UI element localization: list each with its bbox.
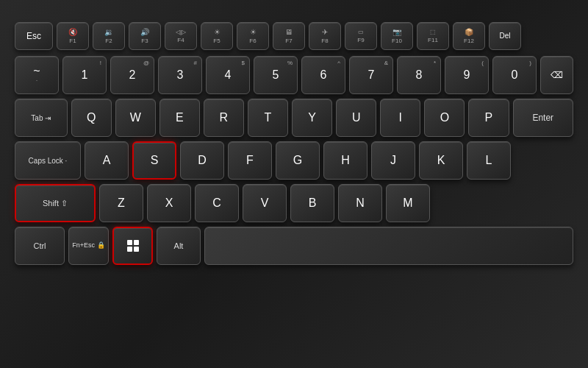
key-alt[interactable]: Alt bbox=[157, 227, 201, 265]
key-q[interactable]: Q bbox=[71, 99, 112, 137]
key-t[interactable]: T bbox=[248, 99, 288, 137]
asdf-key-row: Caps Lock · A S D F G H J K L bbox=[15, 141, 573, 180]
key-f[interactable]: F bbox=[228, 141, 272, 180]
shift-key-row: Shift ⇧ Z X C V B N M bbox=[15, 184, 573, 222]
key-y[interactable]: Y bbox=[292, 99, 332, 137]
qwerty-key-row: Tab ⇥ Q W E R T Y U I O P Enter bbox=[15, 99, 573, 137]
key-esc[interactable]: Esc bbox=[15, 22, 53, 50]
key-i[interactable]: I bbox=[380, 99, 420, 137]
key-3[interactable]: # 3 bbox=[158, 56, 202, 94]
key-2[interactable]: @ 2 bbox=[110, 56, 154, 94]
key-win[interactable] bbox=[112, 227, 153, 265]
key-o[interactable]: O bbox=[424, 99, 465, 137]
key-f2[interactable]: 🔉 F2 bbox=[93, 22, 125, 50]
key-8[interactable]: * 8 bbox=[397, 56, 441, 94]
keyboard-image: Esc 🔇 F1 🔉 F2 🔊 F3 ◁|▷ F4 ☀ F5 ☀ F6 🖥 F7 bbox=[0, 0, 588, 368]
key-g[interactable]: G bbox=[276, 141, 320, 180]
key-space[interactable] bbox=[204, 227, 573, 265]
key-k[interactable]: K bbox=[419, 141, 463, 180]
key-z[interactable]: Z bbox=[99, 184, 143, 222]
key-n[interactable]: N bbox=[338, 184, 382, 222]
key-f1[interactable]: 🔇 F1 bbox=[57, 22, 89, 50]
key-ctrl[interactable]: Ctrl bbox=[15, 227, 65, 265]
key-0[interactable]: ) 0 bbox=[492, 56, 537, 94]
key-4[interactable]: $ 4 bbox=[206, 56, 250, 94]
windows-icon bbox=[127, 240, 139, 252]
key-l[interactable]: L bbox=[467, 141, 511, 180]
key-del[interactable]: Del bbox=[489, 22, 521, 50]
key-h[interactable]: H bbox=[323, 141, 368, 180]
fn-key-row: Esc 🔇 F1 🔉 F2 🔊 F3 ◁|▷ F4 ☀ F5 ☀ F6 🖥 F7 bbox=[15, 22, 573, 50]
key-b[interactable]: B bbox=[290, 184, 334, 222]
key-fn[interactable]: Fn+Esc 🔒 bbox=[68, 227, 109, 265]
key-u[interactable]: U bbox=[336, 99, 376, 137]
key-f12[interactable]: 📦 F12 bbox=[453, 22, 485, 50]
key-9[interactable]: ( 9 bbox=[445, 56, 489, 94]
key-f4[interactable]: ◁|▷ F4 bbox=[165, 22, 197, 50]
key-x[interactable]: X bbox=[147, 184, 191, 222]
key-c[interactable]: C bbox=[195, 184, 239, 222]
number-key-row: ~ ` ! 1 @ 2 # 3 $ 4 % 5 ^ 6 & 7 bbox=[15, 56, 573, 94]
key-f10[interactable]: 📷 F10 bbox=[381, 22, 413, 50]
key-f5[interactable]: ☀ F5 bbox=[201, 22, 233, 50]
key-s[interactable]: S bbox=[132, 141, 176, 180]
key-r[interactable]: R bbox=[204, 99, 244, 137]
key-7[interactable]: & 7 bbox=[349, 56, 393, 94]
key-5[interactable]: % 5 bbox=[254, 56, 298, 94]
key-tilde[interactable]: ~ ` bbox=[15, 56, 59, 94]
key-f11[interactable]: ⬚ F11 bbox=[417, 22, 449, 50]
key-d[interactable]: D bbox=[180, 141, 224, 180]
key-enter[interactable]: Enter bbox=[513, 99, 574, 137]
key-e[interactable]: E bbox=[159, 99, 200, 137]
bottom-key-row: Ctrl Fn+Esc 🔒 Alt bbox=[15, 227, 573, 265]
key-f6[interactable]: ☀ F6 bbox=[237, 22, 269, 50]
key-f3[interactable]: 🔊 F3 bbox=[129, 22, 161, 50]
key-tab[interactable]: Tab ⇥ bbox=[15, 99, 68, 137]
key-backspace[interactable]: ⌫ bbox=[540, 56, 573, 94]
key-f8[interactable]: ✈ F8 bbox=[309, 22, 341, 50]
key-p[interactable]: P bbox=[468, 99, 509, 137]
key-1[interactable]: ! 1 bbox=[62, 56, 107, 94]
key-w[interactable]: W bbox=[115, 99, 156, 137]
key-m[interactable]: M bbox=[386, 184, 430, 222]
key-a[interactable]: A bbox=[85, 141, 129, 180]
key-j[interactable]: J bbox=[371, 141, 415, 180]
key-caps-lock[interactable]: Caps Lock · bbox=[15, 141, 81, 180]
key-f9[interactable]: ▭ F9 bbox=[345, 22, 377, 50]
key-6[interactable]: ^ 6 bbox=[301, 56, 345, 94]
key-shift-left[interactable]: Shift ⇧ bbox=[15, 184, 96, 222]
key-v[interactable]: V bbox=[243, 184, 287, 222]
key-f7[interactable]: 🖥 F7 bbox=[273, 22, 305, 50]
